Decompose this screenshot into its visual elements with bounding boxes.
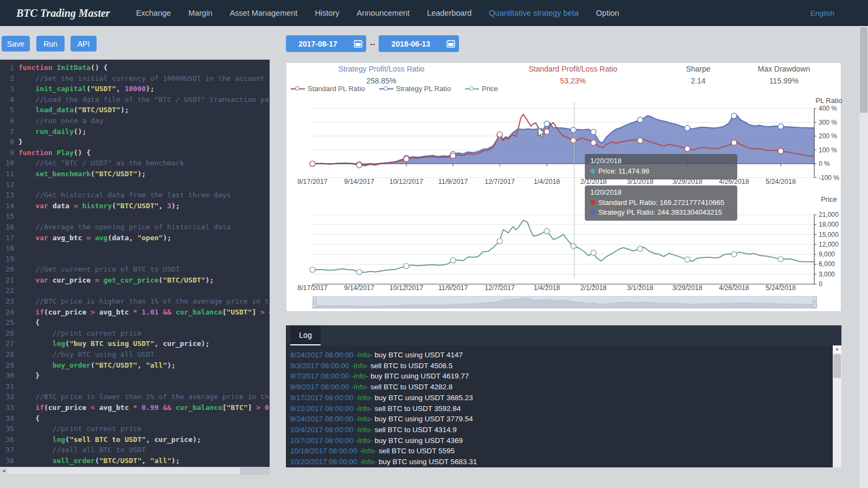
range-slider-handle[interactable] (813, 298, 816, 307)
nav-item-option[interactable]: Option (588, 9, 628, 17)
nav-item-history[interactable]: History (306, 9, 348, 17)
code-line[interactable]: 16 //Average the opening price of histor… (0, 222, 270, 233)
code-text: //Set the initial currency of 10000USDT … (14, 73, 265, 84)
log-vertical-scrollbar[interactable]: ▲ (833, 345, 841, 467)
code-text: var avg_btc = avg(data, "open"); (14, 233, 171, 243)
line-number: 33 (0, 402, 14, 413)
log-entry: 10/18/2017 08:00:00 -Info- sell BTC to U… (290, 446, 833, 457)
code-line[interactable]: 23 //BTC price is higher than 1% of the … (0, 296, 270, 307)
end-date-button[interactable]: 2018-06-13 (379, 35, 459, 52)
code-line[interactable]: 17 var avg_btc = avg(data, "open"); (0, 233, 270, 243)
legend-item-standard-pl-ratio[interactable]: Standard PL Ratio (291, 85, 365, 93)
svg-text:0 %: 0 % (819, 160, 830, 168)
line-number: 30 (0, 370, 14, 381)
scroll-up-arrow-icon[interactable]: ▲ (833, 345, 841, 353)
scroll-left-arrow-icon[interactable]: ◄ (0, 467, 8, 475)
tooltip-row: Strategy PL Ratio: 244.3931304043215 (590, 208, 732, 216)
page-scrollbar-thumb[interactable] (860, 27, 867, 113)
save-button[interactable]: Save (2, 36, 30, 52)
app-root: BTC Trading Master ExchangeMarginAsset M… (0, 0, 868, 488)
run-button[interactable]: Run (36, 36, 65, 52)
tab-log[interactable]: Log (290, 325, 321, 345)
log-entry: 9/17/2017 08:00:00 -Info- buy BTC using … (290, 393, 833, 403)
code-line[interactable]: 30 } (0, 370, 270, 381)
code-line[interactable]: 31 (0, 381, 270, 392)
page-vertical-scrollbar[interactable] (859, 26, 868, 488)
chart-range-slider[interactable] (312, 296, 817, 309)
svg-text:5/24/2018: 5/24/2018 (765, 284, 796, 291)
code-line[interactable]: 2 //Set the initial currency of 10000USD… (0, 73, 270, 84)
editor-horizontal-scrollbar[interactable]: ◄ (0, 467, 270, 475)
svg-text:1/4/2018: 1/4/2018 (534, 178, 560, 185)
code-line[interactable]: 10 //Set "BTC / USDT" as the benchmark (0, 158, 270, 169)
editor-scrollbar-thumb[interactable] (8, 467, 240, 474)
nav-item-announcement[interactable]: Announcement (348, 9, 419, 17)
code-line[interactable]: 21 var cur_price = get_cur_price("BTC/US… (0, 275, 270, 286)
code-line[interactable]: 36 log("sell BTC to USDT", cur_price); (0, 434, 270, 445)
line-number: 17 (0, 233, 14, 243)
price-chart[interactable]: 21,00018,00015,00012,0009,0006,0003,0000… (286, 188, 842, 291)
pl-ratio-chart[interactable]: 400 %300 %200 %100 %0 %-100 %PL Ratio8/1… (286, 95, 842, 188)
legend-label: Strategy PL Ratio (396, 85, 451, 93)
nav-item-margin[interactable]: Margin (180, 9, 221, 17)
chart-tooltip-pl: 1/20/2018Standard PL Ratio: 169.27217774… (585, 185, 737, 221)
log-scrollbar-thumb[interactable] (833, 354, 841, 378)
code-line[interactable]: 11 set_benchmark("BTC/USDT"); (0, 169, 270, 179)
code-line[interactable]: 9function Play() { (0, 147, 270, 158)
line-number: 27 (0, 338, 14, 349)
code-line[interactable]: 15 (0, 211, 270, 222)
code-line[interactable]: 25 { (0, 317, 270, 328)
line-number: 37 (0, 445, 14, 455)
legend-label: Standard PL Ratio (308, 85, 365, 93)
code-line[interactable]: 19 (0, 254, 270, 265)
nav-item-quantitative-strategy-beta[interactable]: Quantitative strategy beta (480, 9, 587, 17)
code-text: //Get current price of BTC to USDT (14, 264, 180, 275)
code-line[interactable]: 1function InitData() { (0, 62, 270, 73)
range-slider-handle[interactable] (313, 298, 316, 307)
code-line[interactable]: 22 (0, 285, 270, 296)
code-text: //Get historical data from the last thre… (14, 190, 231, 201)
code-line[interactable]: 12 (0, 179, 270, 190)
nav-item-exchange[interactable]: Exchange (127, 9, 180, 17)
code-line[interactable]: 13 //Get historical data from the last t… (0, 190, 270, 201)
code-line[interactable]: 4 //Load the data file of the "BTC / USD… (0, 94, 270, 105)
start-date-button[interactable]: 2017-08-17 (286, 35, 366, 52)
line-number: 32 (0, 391, 14, 402)
code-line[interactable]: 34 { (0, 413, 270, 424)
code-line[interactable]: 5 load_data("BTC/USDT"); (0, 105, 270, 115)
code-line[interactable]: 6 //run once a day (0, 115, 270, 126)
code-line[interactable]: 14 var data = history("BTC/USDT", 3); (0, 201, 270, 211)
code-line[interactable]: 38 sell_order("BTC/USDT", "all"); (0, 455, 270, 466)
code-line[interactable]: 18 (0, 243, 270, 254)
code-line[interactable]: 24 if(cur_price > avg_btc * 1.01 && cur_… (0, 307, 270, 318)
code-line[interactable]: 28 //buy BTC using all USDT. (0, 349, 270, 360)
mouse-cursor-icon (537, 127, 548, 139)
language-link[interactable]: English (810, 9, 834, 17)
code-line[interactable]: 29 buy_order("BTC/USDT", "all"); (0, 360, 270, 371)
code-line[interactable]: 7 run_daily(); (0, 126, 270, 137)
nav-item-leaderboard[interactable]: Leaderboard (418, 9, 480, 17)
code-line[interactable]: 3 init_capital("USDT", 10000); (0, 84, 270, 94)
code-line[interactable]: 26 //print current price (0, 328, 270, 339)
code-text: set_benchmark("BTC/USDT"); (14, 169, 146, 179)
stat-label: Max Drawdown (722, 65, 846, 73)
code-line[interactable]: 20 //Get current price of BTC to USDT (0, 264, 270, 275)
code-text: //print current price (14, 328, 142, 339)
code-line[interactable]: 37 //sell all BTC to USDT (0, 445, 270, 455)
code-editor[interactable]: 1function InitData() {2 //Set the initia… (0, 60, 270, 467)
legend-item-price[interactable]: Price (465, 85, 498, 93)
code-text: //Load the data file of the "BTC / USDT"… (14, 94, 270, 105)
code-line[interactable]: 33 if(cur_price < avg_btc * 0.99 && cur_… (0, 402, 270, 413)
nav-item-asset-management[interactable]: Asset Management (221, 9, 306, 17)
legend-item-strategy-pl-ratio[interactable]: Strategy PL Ratio (379, 85, 451, 93)
brand-logo[interactable]: BTC Trading Master (16, 7, 110, 20)
date-range-picker: 2017-08-17 -- 2018-06-13 (286, 35, 459, 52)
line-number: 15 (0, 211, 14, 222)
legend-marker-icon (379, 86, 393, 92)
code-line[interactable]: 27 log("buy BTC using USDT", cur_price); (0, 338, 270, 349)
code-line[interactable]: 35 //print current price (0, 423, 270, 434)
code-line[interactable]: 8} (0, 137, 270, 147)
tooltip-value: Price: 11,474.98 (598, 167, 649, 175)
code-line[interactable]: 32 //BTC price is lower than 1% of the a… (0, 391, 270, 402)
api-button[interactable]: API (71, 36, 97, 52)
